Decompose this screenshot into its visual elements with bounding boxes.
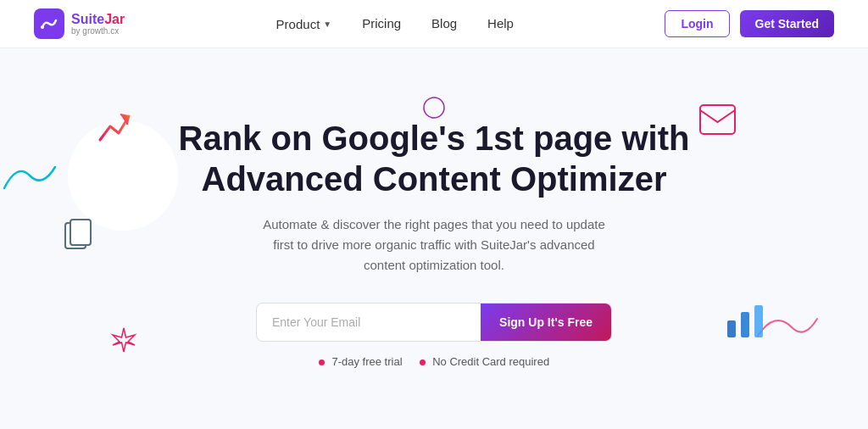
get-started-button[interactable]: Get Started (740, 10, 834, 37)
email-input[interactable] (257, 304, 481, 341)
nav-links: Product ▼ Pricing Blog Help (276, 16, 514, 31)
logo-icon (34, 8, 64, 39)
trend-arrow-icon (93, 108, 136, 153)
svg-rect-8 (70, 220, 91, 245)
badge-trial-label: 7-day free trial (331, 355, 402, 368)
logo-name-part2: Jar (104, 12, 125, 26)
signup-button[interactable]: Sign Up It's Free (481, 304, 611, 341)
logo[interactable]: SuiteJar by growth.cx (34, 8, 125, 39)
nav-help[interactable]: Help (487, 16, 514, 31)
svg-point-1 (41, 25, 44, 29)
hero-section: Rank on Google's 1st page with Advanced … (0, 48, 868, 429)
logo-name-part1: Suite (71, 12, 104, 26)
logo-sub: by growth.cx (71, 26, 125, 36)
navbar: SuiteJar by growth.cx Product ▼ Pricing … (0, 0, 868, 48)
svg-rect-5 (741, 312, 749, 337)
nav-product[interactable]: Product ▼ (276, 17, 332, 31)
svg-rect-4 (727, 320, 736, 337)
svg-rect-6 (754, 305, 763, 337)
nav-pricing-label: Pricing (362, 16, 401, 31)
chevron-down-icon: ▼ (323, 20, 331, 29)
badge-dot-trial (319, 359, 325, 365)
hero-title: Rank on Google's 1st page with Advanced … (137, 118, 731, 199)
login-button[interactable]: Login (665, 10, 729, 37)
logo-text: SuiteJar by growth.cx (71, 12, 125, 36)
nav-actions: Login Get Started (665, 10, 834, 37)
badge-no-card: No Credit Card required (420, 355, 550, 368)
copy-icon (64, 218, 94, 255)
nav-product-label: Product (276, 17, 320, 31)
svg-rect-7 (65, 223, 86, 248)
nav-blog[interactable]: Blog (431, 16, 457, 31)
hero-badges: 7-day free trial No Credit Card required (319, 355, 549, 368)
pink-wave-icon (754, 306, 821, 348)
hero-subtitle: Automate & discover the right pages that… (256, 214, 612, 276)
star-flower-icon (110, 326, 137, 357)
bar-chart-icon (724, 300, 766, 344)
badge-dot-card (420, 359, 426, 365)
email-form: Sign Up It's Free (256, 303, 612, 342)
nav-pricing[interactable]: Pricing (362, 16, 401, 31)
badge-no-card-label: No Credit Card required (432, 355, 549, 368)
teal-wave-icon (0, 150, 59, 201)
svg-point-2 (424, 98, 444, 118)
nav-blog-label: Blog (431, 16, 457, 31)
badge-trial: 7-day free trial (319, 355, 403, 368)
nav-help-label: Help (487, 16, 514, 31)
